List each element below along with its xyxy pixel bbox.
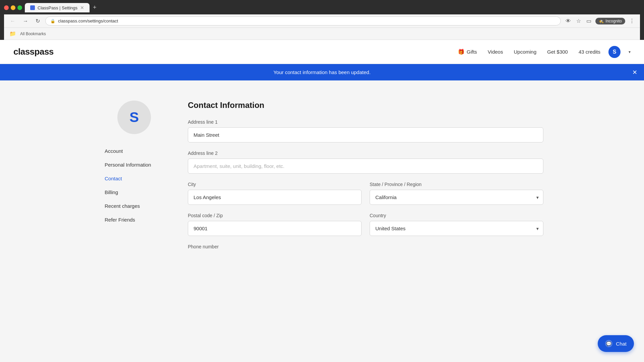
phone-label: Phone number	[188, 244, 543, 249]
maximize-window-button[interactable]	[17, 5, 22, 10]
chat-icon: 💬	[605, 340, 612, 347]
country-label: Country	[370, 213, 543, 218]
gifts-link[interactable]: 🎁 Gifts	[458, 49, 477, 55]
banner-message: Your contact information has been update…	[273, 69, 371, 75]
window-controls	[4, 5, 22, 10]
user-avatar[interactable]: S	[608, 46, 621, 58]
state-select[interactable]: California	[370, 190, 543, 205]
gift-icon: 🎁	[458, 49, 465, 55]
state-column: State / Province / Region California ▾	[370, 182, 543, 213]
browser-toolbar: ← → ↻ 🔒 classpass.com/settings/contact 👁…	[4, 14, 640, 28]
country-column: Country United States ▾	[370, 213, 543, 244]
chat-button[interactable]: 💬 Chat	[598, 335, 634, 352]
sidebar-item-refer-friends[interactable]: Refer Friends	[101, 214, 168, 226]
bookmarks-bar: 📁 All Bookmarks	[4, 28, 640, 40]
get300-link[interactable]: Get $300	[547, 49, 568, 55]
refresh-button[interactable]: ↻	[34, 16, 42, 25]
state-group: State / Province / Region California ▾	[370, 182, 543, 205]
country-select[interactable]: United States	[370, 221, 543, 236]
browser-tabs: ClassPass | Settings ✕ +	[25, 3, 99, 12]
menu-icon[interactable]: ⋮	[628, 16, 636, 25]
sidebar-item-account[interactable]: Account	[101, 145, 168, 157]
city-input[interactable]	[188, 190, 362, 205]
sidebar-nav: Account Personal Information Contact Bil…	[101, 145, 168, 226]
tab-title: ClassPass | Settings	[38, 5, 77, 10]
sidebar-item-contact[interactable]: Contact	[101, 172, 168, 185]
incognito-label: Incognito	[605, 19, 622, 23]
sidebar: S Account Personal Information Contact B…	[101, 94, 168, 257]
toolbar-actions: 👁 ☆ ▭ 🕵 Incognito ⋮	[564, 16, 636, 25]
incognito-badge: 🕵 Incognito	[595, 18, 625, 24]
close-window-button[interactable]	[4, 5, 9, 10]
header-right: 🎁 Gifts Videos Upcoming Get $300 43 cred…	[458, 46, 631, 58]
app-logo[interactable]: classpass	[13, 47, 54, 57]
sidebar-item-personal-information[interactable]: Personal Information	[101, 159, 168, 171]
address2-group: Address line 2	[188, 150, 543, 174]
active-tab[interactable]: ClassPass | Settings ✕	[25, 3, 90, 12]
postal-column: Postal code / Zip	[188, 213, 362, 244]
browser-titlebar: ClassPass | Settings ✕ +	[4, 3, 640, 12]
eye-off-icon[interactable]: 👁	[564, 17, 572, 25]
app-container: classpass 🎁 Gifts Videos Upcoming Get $3…	[0, 40, 644, 362]
success-banner: Your contact information has been update…	[0, 64, 644, 80]
postal-label: Postal code / Zip	[188, 213, 362, 218]
videos-link[interactable]: Videos	[488, 49, 503, 55]
minimize-window-button[interactable]	[11, 5, 15, 10]
postal-country-row: Postal code / Zip Country United States …	[188, 213, 543, 244]
lock-icon: 🔒	[50, 19, 55, 23]
state-label: State / Province / Region	[370, 182, 543, 187]
credits-badge[interactable]: 43 credits	[579, 49, 600, 55]
city-label: City	[188, 182, 362, 187]
address1-label: Address line 1	[188, 119, 543, 125]
postal-group: Postal code / Zip	[188, 213, 362, 236]
tab-close-button[interactable]: ✕	[80, 5, 84, 10]
address-bar[interactable]: 🔒 classpass.com/settings/contact	[45, 16, 561, 25]
all-bookmarks-link[interactable]: All Bookmarks	[20, 32, 46, 36]
address2-input[interactable]	[188, 159, 543, 174]
main-content: S Account Personal Information Contact B…	[87, 80, 557, 271]
country-group: Country United States ▾	[370, 213, 543, 236]
forward-button[interactable]: →	[21, 17, 30, 25]
phone-group: Phone number	[188, 244, 543, 249]
star-icon[interactable]: ☆	[575, 16, 582, 25]
browser-chrome: ClassPass | Settings ✕ + ← → ↻ 🔒 classpa…	[0, 0, 644, 40]
state-select-wrapper: California ▾	[370, 190, 543, 205]
city-group: City	[188, 182, 362, 205]
contact-form-section: Contact Information Address line 1 Addre…	[188, 94, 543, 257]
address1-group: Address line 1	[188, 119, 543, 142]
sidebar-item-recent-charges[interactable]: Recent charges	[101, 200, 168, 212]
banner-close-button[interactable]: ✕	[632, 69, 637, 76]
upcoming-link[interactable]: Upcoming	[514, 49, 537, 55]
country-select-wrapper: United States ▾	[370, 221, 543, 236]
sidebar-item-billing[interactable]: Billing	[101, 186, 168, 198]
sidebar-avatar: S	[117, 101, 151, 134]
bookmarks-folder-icon: 📁	[8, 29, 17, 38]
address2-label: Address line 2	[188, 150, 543, 156]
form-title: Contact Information	[188, 101, 543, 110]
back-button[interactable]: ←	[8, 17, 17, 25]
city-column: City	[188, 182, 362, 213]
city-state-row: City State / Province / Region Californi…	[188, 182, 543, 213]
sidebar-icon[interactable]: ▭	[585, 16, 593, 25]
header-nav: 🎁 Gifts Videos Upcoming Get $300 43 cred…	[458, 49, 600, 55]
tab-favicon	[30, 5, 35, 10]
app-header: classpass 🎁 Gifts Videos Upcoming Get $3…	[0, 40, 644, 64]
chat-label: Chat	[616, 341, 627, 347]
user-menu-chevron-icon[interactable]: ▾	[629, 50, 631, 54]
new-tab-button[interactable]: +	[90, 3, 99, 12]
postal-input[interactable]	[188, 221, 362, 236]
address1-input[interactable]	[188, 127, 543, 142]
url-display: classpass.com/settings/contact	[58, 18, 118, 23]
incognito-icon: 🕵	[599, 19, 604, 23]
